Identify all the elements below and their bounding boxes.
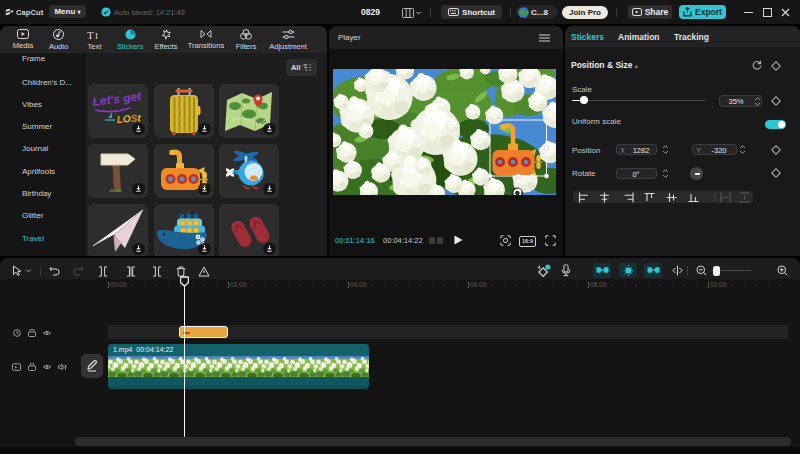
svg-text:T: T xyxy=(87,29,94,40)
svg-text:I: I xyxy=(95,31,98,41)
svg-text:Let's get: Let's get xyxy=(91,89,142,109)
